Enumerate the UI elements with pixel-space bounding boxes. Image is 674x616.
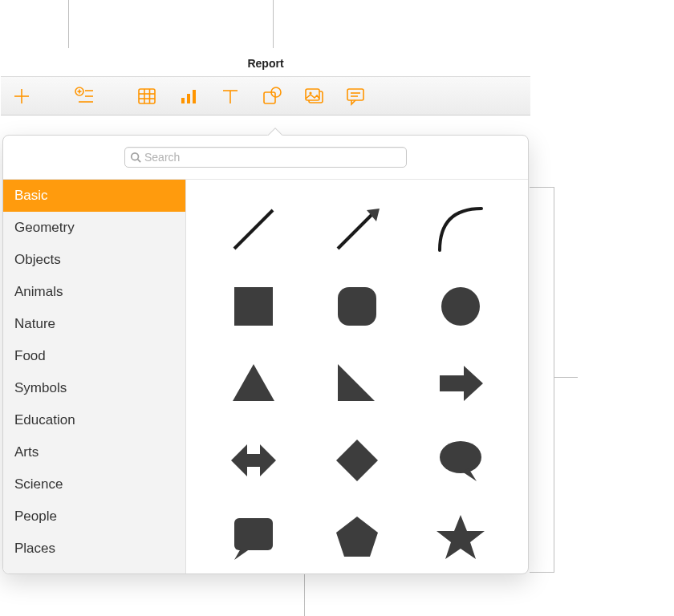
popover-arrow xyxy=(267,128,283,136)
shape-triangle[interactable] xyxy=(202,345,306,422)
arrow-right-icon xyxy=(432,355,489,412)
pentagon-icon xyxy=(328,509,386,566)
category-item-science[interactable]: Science xyxy=(3,468,185,500)
rounded-square-icon xyxy=(328,278,386,335)
callout-line xyxy=(530,187,554,188)
shape-callout-rect[interactable] xyxy=(202,499,306,573)
category-item-activities[interactable]: Activities xyxy=(3,565,185,573)
svg-marker-44 xyxy=(436,515,485,559)
category-item-objects[interactable]: Objects xyxy=(3,244,185,276)
text-icon xyxy=(218,84,242,108)
category-item-people[interactable]: People xyxy=(3,500,185,533)
svg-rect-23 xyxy=(347,89,363,100)
svg-marker-42 xyxy=(234,549,250,560)
arrow-icon xyxy=(328,201,386,258)
svg-rect-8 xyxy=(139,89,155,103)
window-title: Report xyxy=(1,50,530,77)
svg-marker-36 xyxy=(440,366,483,401)
callout-line xyxy=(554,187,554,573)
shape-line[interactable] xyxy=(202,191,306,268)
shape-arrow[interactable] xyxy=(306,191,409,268)
shape-arrow-right[interactable] xyxy=(408,345,512,422)
category-item-education[interactable]: Education xyxy=(3,404,185,436)
callout-line xyxy=(530,572,554,573)
svg-point-26 xyxy=(132,153,139,160)
search-field[interactable] xyxy=(124,147,407,168)
comment-button[interactable] xyxy=(339,80,372,112)
svg-rect-18 xyxy=(264,92,275,103)
shape-speech-bubble[interactable] xyxy=(408,422,512,499)
chart-icon xyxy=(177,84,201,108)
text-button[interactable] xyxy=(214,80,246,112)
speech-bubble-icon xyxy=(432,432,489,489)
svg-marker-37 xyxy=(231,444,276,476)
shapes-popover: BasicGeometryObjectsAnimalsNatureFoodSym… xyxy=(2,135,529,574)
star-icon xyxy=(432,509,489,566)
svg-marker-34 xyxy=(233,364,274,401)
category-item-places[interactable]: Places xyxy=(3,533,185,565)
svg-line-27 xyxy=(138,160,141,163)
add-button[interactable] xyxy=(6,80,38,112)
category-item-geometry[interactable]: Geometry xyxy=(3,212,185,244)
shape-diamond[interactable] xyxy=(306,422,409,499)
table-icon xyxy=(135,84,159,108)
svg-rect-32 xyxy=(338,287,376,326)
callout-line xyxy=(273,0,274,48)
shape-pentagon[interactable] xyxy=(306,499,409,573)
plus-list-icon xyxy=(72,84,96,108)
svg-rect-14 xyxy=(187,94,190,103)
callout-line xyxy=(304,573,305,616)
arrow-left-right-icon xyxy=(225,432,282,489)
shape-rounded-square[interactable] xyxy=(306,268,409,345)
category-item-animals[interactable]: Animals xyxy=(3,276,185,308)
category-item-nature[interactable]: Nature xyxy=(3,308,185,340)
comment-icon xyxy=(343,84,367,108)
square-icon xyxy=(225,278,282,335)
svg-point-39 xyxy=(440,441,481,473)
svg-line-28 xyxy=(234,210,273,249)
toolbar xyxy=(1,77,530,116)
svg-rect-31 xyxy=(234,287,273,326)
line-icon xyxy=(225,201,282,258)
category-list: BasicGeometryObjectsAnimalsNatureFoodSym… xyxy=(3,180,186,573)
callout-line xyxy=(554,377,578,378)
circle-icon xyxy=(432,278,489,335)
shape-icon xyxy=(260,84,284,108)
list-button[interactable] xyxy=(68,80,100,112)
shape-right-triangle[interactable] xyxy=(306,345,409,422)
diamond-icon xyxy=(328,432,386,489)
callout-line xyxy=(68,0,69,48)
shape-arrow-left-right[interactable] xyxy=(202,422,306,499)
shape-button[interactable] xyxy=(256,80,288,112)
svg-rect-13 xyxy=(181,98,185,103)
shape-circle[interactable] xyxy=(408,268,512,345)
media-button[interactable] xyxy=(298,80,330,112)
svg-rect-15 xyxy=(193,90,196,103)
shape-square[interactable] xyxy=(202,268,306,345)
svg-line-29 xyxy=(338,215,372,249)
svg-marker-43 xyxy=(336,517,378,557)
table-button[interactable] xyxy=(131,80,163,112)
category-item-arts[interactable]: Arts xyxy=(3,436,185,468)
shapes-grid xyxy=(186,180,528,573)
search-icon xyxy=(130,152,141,163)
svg-marker-35 xyxy=(338,364,375,401)
media-icon xyxy=(302,84,326,108)
triangle-icon xyxy=(225,355,282,412)
svg-point-33 xyxy=(441,287,480,326)
callout-rect-icon xyxy=(225,509,282,566)
shape-star[interactable] xyxy=(408,499,512,573)
plus-icon xyxy=(10,84,34,108)
svg-rect-21 xyxy=(306,89,319,100)
curve-icon xyxy=(432,201,489,258)
svg-marker-38 xyxy=(336,440,378,481)
shape-curve[interactable] xyxy=(408,191,512,268)
chart-button[interactable] xyxy=(173,80,205,112)
category-item-food[interactable]: Food xyxy=(3,340,185,372)
category-item-symbols[interactable]: Symbols xyxy=(3,372,185,404)
search-input[interactable] xyxy=(144,151,401,164)
svg-rect-41 xyxy=(234,518,273,550)
category-item-basic[interactable]: Basic xyxy=(3,180,185,212)
right-triangle-icon xyxy=(328,355,386,412)
